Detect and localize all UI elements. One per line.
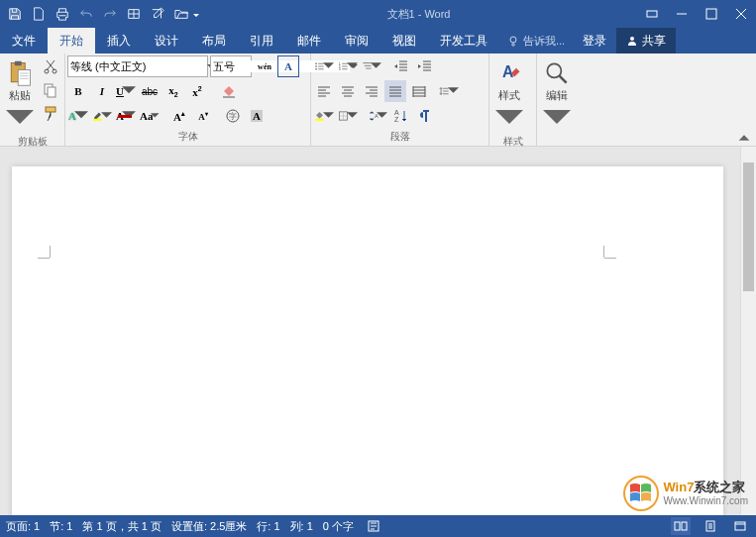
- increase-indent-icon[interactable]: [414, 55, 436, 77]
- svg-point-3: [630, 37, 634, 41]
- group-font: wén A B I U abc x2 x2 A A Aa: [65, 54, 311, 146]
- align-right-icon[interactable]: [361, 80, 382, 102]
- svg-point-16: [315, 62, 317, 64]
- tab-mailings[interactable]: 邮件: [285, 28, 333, 54]
- italic-button[interactable]: I: [91, 80, 113, 102]
- ribbon-display-icon[interactable]: [637, 0, 667, 28]
- chevron-down-icon: [495, 103, 523, 131]
- edit-icon[interactable]: [147, 3, 168, 25]
- status-page[interactable]: 页面: 1: [6, 519, 40, 534]
- text-effects-icon[interactable]: A: [67, 105, 89, 127]
- chevron-down-icon: [543, 103, 571, 131]
- svg-point-17: [315, 65, 317, 67]
- tell-me-search[interactable]: 告诉我...: [499, 28, 573, 54]
- change-case-icon[interactable]: Aa: [139, 105, 161, 127]
- collapse-ribbon-icon[interactable]: [736, 130, 752, 144]
- strikethrough-icon[interactable]: abc: [139, 80, 161, 102]
- status-section[interactable]: 节: 1: [50, 519, 72, 534]
- character-border-icon[interactable]: A: [277, 55, 299, 77]
- margin-mark: [50, 246, 51, 258]
- underline-button[interactable]: U: [115, 80, 137, 102]
- new-doc-icon[interactable]: [28, 3, 50, 25]
- tab-references[interactable]: 引用: [238, 28, 285, 54]
- scrollbar-thumb[interactable]: [743, 162, 754, 291]
- styles-button[interactable]: A 样式: [491, 55, 527, 135]
- document-page[interactable]: [12, 166, 723, 515]
- qat-customize-icon[interactable]: [192, 3, 200, 25]
- maximize-icon[interactable]: [697, 0, 726, 28]
- quick-access-toolbar: [0, 3, 200, 25]
- read-mode-icon[interactable]: [671, 517, 691, 535]
- phonetic-guide-icon[interactable]: wén: [254, 55, 275, 77]
- subscript-icon[interactable]: x2: [162, 80, 184, 102]
- editing-button[interactable]: 编辑: [539, 55, 575, 135]
- font-name-combo[interactable]: [67, 55, 208, 77]
- svg-rect-13: [118, 115, 132, 118]
- tab-layout[interactable]: 布局: [190, 28, 238, 54]
- vertical-scrollbar[interactable]: [740, 147, 756, 515]
- save-icon[interactable]: [4, 3, 26, 25]
- tab-insert[interactable]: 插入: [95, 28, 143, 54]
- window-title: 文档1 - Word: [200, 7, 637, 22]
- styles-label: 样式: [498, 89, 520, 101]
- sort-icon[interactable]: AZ: [390, 105, 412, 127]
- align-center-icon[interactable]: [337, 80, 359, 102]
- line-spacing-icon[interactable]: [438, 80, 460, 102]
- font-group-label: 字体: [67, 130, 308, 146]
- web-layout-icon[interactable]: [730, 517, 750, 535]
- shading-icon[interactable]: [313, 105, 335, 127]
- font-color-icon[interactable]: A: [115, 105, 137, 127]
- status-page-of[interactable]: 第 1 页，共 1 页: [82, 519, 161, 534]
- sign-in-button[interactable]: 登录: [573, 28, 616, 54]
- superscript-icon[interactable]: x2: [186, 80, 208, 102]
- tab-view[interactable]: 视图: [380, 28, 428, 54]
- shrink-font-icon[interactable]: A▾: [192, 105, 214, 127]
- borders-icon[interactable]: [337, 105, 359, 127]
- tab-developer[interactable]: 开发工具: [428, 28, 499, 54]
- svg-rect-31: [682, 522, 687, 530]
- tab-file[interactable]: 文件: [0, 28, 48, 54]
- bullets-icon[interactable]: [313, 55, 335, 77]
- watermark-brand: Win7系统之家: [663, 480, 748, 495]
- status-line[interactable]: 行: 1: [257, 519, 279, 534]
- svg-rect-1: [706, 9, 716, 19]
- close-icon[interactable]: [726, 0, 756, 28]
- open-icon[interactable]: [170, 3, 192, 25]
- multilevel-list-icon[interactable]: [361, 55, 382, 77]
- minimize-icon[interactable]: [667, 0, 697, 28]
- group-styles: A 样式 样式: [489, 54, 537, 146]
- highlight-icon[interactable]: [91, 105, 113, 127]
- share-button[interactable]: 共享: [616, 28, 676, 54]
- clear-formatting-icon[interactable]: [218, 80, 240, 102]
- status-position[interactable]: 设置值: 2.5厘米: [171, 519, 247, 534]
- distributed-icon[interactable]: [408, 80, 430, 102]
- tab-review[interactable]: 审阅: [333, 28, 380, 54]
- format-painter-icon[interactable]: [40, 103, 61, 125]
- tab-design[interactable]: 设计: [143, 28, 190, 54]
- margin-mark: [603, 246, 604, 258]
- paste-button[interactable]: 粘贴: [2, 55, 38, 135]
- decrease-indent-icon[interactable]: [390, 55, 412, 77]
- print-icon[interactable]: [52, 3, 73, 25]
- enclose-characters-icon[interactable]: 字: [222, 105, 244, 127]
- asian-layout-icon[interactable]: A: [367, 105, 388, 127]
- numbering-icon[interactable]: 123: [337, 55, 359, 77]
- font-size-combo[interactable]: [210, 55, 252, 77]
- justify-icon[interactable]: [384, 80, 406, 102]
- show-marks-icon[interactable]: [414, 105, 436, 127]
- proofing-icon[interactable]: [364, 517, 383, 535]
- font-name-input[interactable]: [70, 60, 207, 72]
- copy-icon[interactable]: [40, 79, 61, 101]
- bold-button[interactable]: B: [67, 80, 89, 102]
- character-shading-icon[interactable]: A: [246, 105, 268, 127]
- redo-icon[interactable]: [99, 3, 121, 25]
- draw-table-icon[interactable]: [123, 3, 145, 25]
- status-column[interactable]: 列: 1: [290, 519, 313, 534]
- cut-icon[interactable]: [40, 55, 61, 77]
- grow-font-icon[interactable]: A▴: [168, 105, 190, 127]
- tab-home[interactable]: 开始: [48, 28, 95, 54]
- status-words[interactable]: 0 个字: [323, 519, 354, 534]
- print-layout-icon[interactable]: [701, 517, 720, 535]
- undo-icon[interactable]: [75, 3, 97, 25]
- align-left-icon[interactable]: [313, 80, 335, 102]
